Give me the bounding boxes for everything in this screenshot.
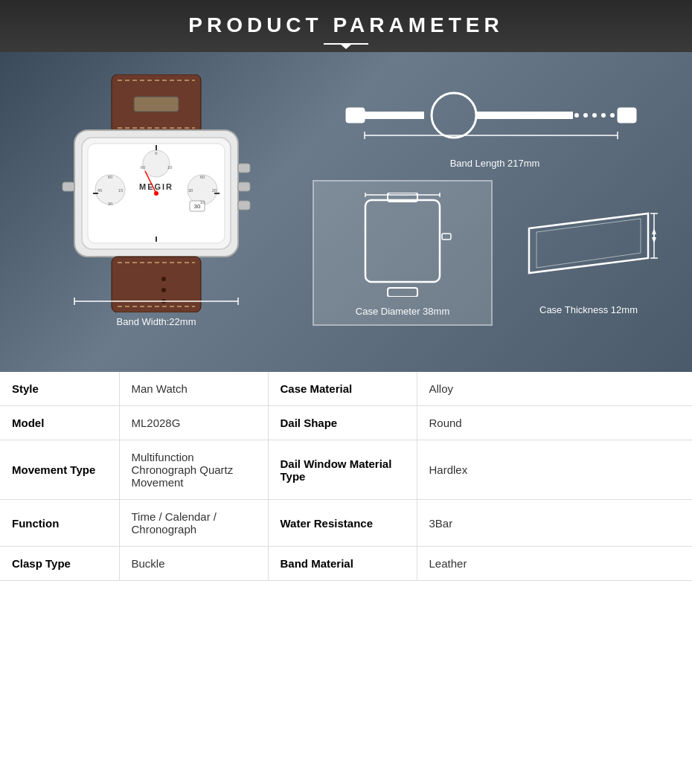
table-row: Style Man Watch Case Material Alloy bbox=[0, 372, 692, 406]
watch-illustration: 30 MEGIR 6 60 10 60 45 15 30 bbox=[30, 74, 283, 312]
spec-col1-value: Man Watch bbox=[119, 372, 268, 406]
specs-diagrams: Band Length 217mm bbox=[298, 74, 677, 326]
svg-point-47 bbox=[574, 113, 579, 118]
svg-point-36 bbox=[161, 288, 166, 292]
table-row: Clasp Type Buckle Band Material Leather bbox=[0, 547, 692, 581]
band-length-label: Band Length 217mm bbox=[313, 158, 677, 169]
svg-point-51 bbox=[610, 113, 615, 118]
spec-col2-label: Dail Window Material Type bbox=[268, 440, 417, 500]
spec-col1-label: Style bbox=[0, 372, 119, 406]
band-length-section: Band Length 217mm bbox=[313, 74, 677, 173]
spec-col2-label: Dail Shape bbox=[268, 406, 417, 440]
svg-rect-56 bbox=[365, 200, 440, 282]
table-row: Movement Type Multifunction Chronograph … bbox=[0, 440, 692, 500]
spec-col1-value: ML2028G bbox=[119, 406, 268, 440]
svg-rect-61 bbox=[388, 288, 417, 297]
svg-marker-68 bbox=[652, 228, 656, 234]
svg-text:20: 20 bbox=[212, 188, 217, 193]
spec-col1-value: Time / Calendar / Chronograph bbox=[119, 500, 268, 547]
svg-rect-9 bbox=[238, 201, 250, 210]
svg-point-48 bbox=[583, 113, 588, 118]
specs-table: Style Man Watch Case Material Alloy Mode… bbox=[0, 372, 692, 581]
svg-text:30: 30 bbox=[188, 188, 193, 193]
svg-text:60: 60 bbox=[141, 165, 146, 170]
svg-point-45 bbox=[432, 93, 476, 138]
svg-text:10: 10 bbox=[167, 165, 173, 170]
svg-rect-46 bbox=[476, 112, 573, 119]
case-specs-row: Case Diameter 38mm bbox=[313, 180, 677, 326]
spec-col2-value: Alloy bbox=[417, 372, 692, 406]
svg-text:60: 60 bbox=[108, 175, 113, 179]
case-thickness-label: Case Thickness 12mm bbox=[507, 304, 670, 315]
svg-rect-43 bbox=[346, 108, 365, 123]
watch-image-section: 30 MEGIR 6 60 10 60 45 15 30 bbox=[15, 74, 298, 327]
spec-col1-value: Multifunction Chronograph Quartz Movemen… bbox=[119, 440, 268, 500]
svg-text:10: 10 bbox=[200, 200, 205, 205]
page-header: PRODUCT PARAMETER bbox=[0, 0, 692, 52]
svg-rect-10 bbox=[63, 182, 74, 191]
svg-point-35 bbox=[161, 277, 166, 281]
svg-rect-8 bbox=[238, 182, 250, 191]
case-thickness-box: Case Thickness 12mm bbox=[500, 180, 677, 326]
svg-text:30: 30 bbox=[108, 202, 113, 206]
case-diameter-box: Case Diameter 38mm bbox=[313, 180, 493, 326]
svg-point-50 bbox=[601, 113, 606, 118]
svg-rect-52 bbox=[618, 108, 636, 123]
svg-rect-3 bbox=[134, 97, 179, 112]
svg-rect-62 bbox=[442, 234, 451, 240]
product-area: 30 MEGIR 6 60 10 60 45 15 30 bbox=[0, 52, 692, 372]
spec-col1-label: Movement Type bbox=[0, 440, 119, 500]
spec-col2-value: Hardlex bbox=[417, 440, 692, 500]
svg-point-49 bbox=[592, 113, 597, 118]
spec-col2-label: Case Material bbox=[268, 372, 417, 406]
spec-col2-label: Water Resistance bbox=[268, 500, 417, 547]
spec-col1-label: Function bbox=[0, 500, 119, 547]
spec-col1-label: Clasp Type bbox=[0, 547, 119, 581]
spec-col1-value: Buckle bbox=[119, 547, 268, 581]
svg-rect-34 bbox=[112, 257, 201, 312]
spec-col2-label: Band Material bbox=[268, 547, 417, 581]
page-title: PRODUCT PARAMETER bbox=[0, 13, 692, 37]
table-row: Function Time / Calendar / Chronograph W… bbox=[0, 500, 692, 547]
svg-text:45: 45 bbox=[97, 188, 103, 193]
band-width-label: Band Width:22mm bbox=[117, 316, 196, 327]
svg-text:15: 15 bbox=[118, 188, 124, 193]
spec-col2-value: 3Bar bbox=[417, 500, 692, 547]
svg-text:60: 60 bbox=[200, 175, 205, 179]
spec-col2-value: Round bbox=[417, 406, 692, 440]
spec-col2-value: Leather bbox=[417, 547, 692, 581]
header-divider bbox=[324, 43, 368, 45]
svg-rect-7 bbox=[238, 164, 250, 173]
table-row: Model ML2028G Dail Shape Round bbox=[0, 406, 692, 440]
svg-marker-67 bbox=[652, 237, 656, 243]
svg-text:MEGIR: MEGIR bbox=[139, 182, 173, 191]
case-diameter-label: Case Diameter 38mm bbox=[321, 306, 484, 317]
svg-rect-44 bbox=[365, 112, 424, 119]
svg-point-22 bbox=[154, 191, 158, 196]
spec-col1-label: Model bbox=[0, 406, 119, 440]
